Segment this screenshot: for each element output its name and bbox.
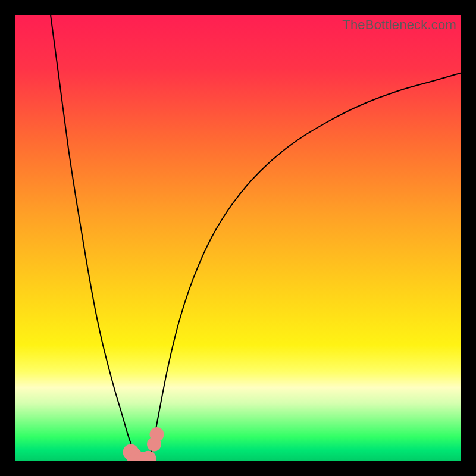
watermark-text: TheBottleneck.com (342, 17, 456, 33)
series-left-branch (51, 15, 137, 458)
plot-area: TheBottleneck.com (15, 15, 461, 461)
series-right-branch (150, 73, 461, 458)
curve-layer (15, 15, 461, 461)
outer-frame: TheBottleneck.com (0, 0, 476, 476)
marker-right-dot-upper (150, 427, 164, 441)
